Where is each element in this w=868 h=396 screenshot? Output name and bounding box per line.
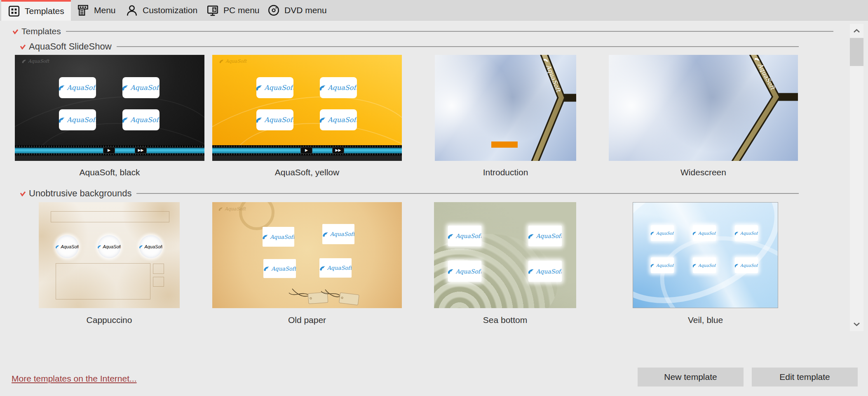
dolphin-icon bbox=[448, 268, 454, 274]
aquasoft-wordmark: AquaSoft bbox=[698, 263, 716, 268]
fast-forward-icon: ▶▶ bbox=[332, 147, 344, 154]
template-thumbnail-widescreen[interactable]: AquaSoft bbox=[609, 55, 798, 161]
aquasoft-logo-box: AquaSoft bbox=[320, 77, 357, 98]
tab-bar: Templates Menu Customization PC menu DVD… bbox=[0, 0, 868, 21]
aquasoft-wordmark: AquaSoft bbox=[144, 244, 162, 249]
collapse-check-icon bbox=[20, 191, 26, 196]
scroll-down-button[interactable] bbox=[850, 318, 863, 330]
chevron-down-icon bbox=[853, 322, 860, 326]
template-thumbnail-sea-bottom[interactable]: AquaSoft AquaSoft AquaSoft AquaSoft bbox=[434, 202, 576, 308]
aquasoft-wordmark: AquaSoft bbox=[328, 84, 357, 92]
dolphin-icon bbox=[693, 231, 697, 236]
template-caption: Introduction bbox=[435, 167, 576, 180]
aquasoft-wordmark: AquaSoft bbox=[28, 59, 49, 64]
aquasoft-logo-box: AquaSoft bbox=[448, 226, 481, 246]
group-title: Unobtrusive backgrounds bbox=[29, 188, 131, 199]
tab-label: Menu bbox=[94, 5, 116, 15]
template-thumbnail-aquasoft-yellow[interactable]: AquaSoft AquaSoft AquaSoft AquaSoft Aqua… bbox=[212, 55, 402, 161]
paper-tags-graphic bbox=[212, 202, 402, 308]
aquasoft-wordmark: AquaSoft bbox=[656, 263, 674, 268]
chevron-up-icon bbox=[853, 29, 860, 33]
template-thumbnail-introduction[interactable]: AquaSoft bbox=[435, 55, 576, 161]
group-header-aquasoft-slideshow[interactable]: AquaSoft SlideShow bbox=[20, 41, 799, 52]
template-caption: Old paper bbox=[212, 315, 402, 328]
aquasoft-logo-box: AquaSoft bbox=[448, 261, 481, 282]
scroll-up-button[interactable] bbox=[850, 25, 863, 37]
aquasoft-logo-circle: AquaSoft bbox=[98, 235, 121, 258]
aquasoft-logo-box: AquaSoft bbox=[651, 225, 674, 241]
tab-pc-menu[interactable]: PC menu bbox=[200, 0, 266, 20]
scrollbar-thumb[interactable] bbox=[850, 38, 863, 66]
vertical-scrollbar[interactable] bbox=[850, 24, 863, 331]
dolphin-icon bbox=[651, 263, 655, 268]
grid-icon bbox=[8, 5, 20, 17]
group-header-unobtrusive-backgrounds[interactable]: Unobtrusive backgrounds bbox=[20, 188, 799, 199]
aquasoft-wordmark: AquaSoft bbox=[225, 59, 246, 64]
dolphin-icon bbox=[56, 245, 60, 249]
monitor-icon bbox=[206, 4, 219, 16]
aquasoft-wordmark: AquaSoft bbox=[455, 233, 481, 239]
dolphin-icon bbox=[735, 231, 739, 236]
storyboard-icon bbox=[77, 4, 89, 16]
template-caption: Widescreen bbox=[609, 167, 798, 180]
aquasoft-watermark: AquaSoft bbox=[219, 59, 246, 64]
play-icon: ▶ bbox=[103, 147, 115, 154]
header-rule bbox=[117, 46, 799, 47]
dolphin-icon bbox=[735, 263, 739, 268]
dolphin-icon bbox=[320, 116, 326, 123]
template-caption: AquaSoft, yellow bbox=[212, 167, 402, 180]
section-header-templates[interactable]: Templates bbox=[12, 26, 833, 36]
orange-marker bbox=[491, 141, 518, 148]
dolphin-icon bbox=[256, 116, 263, 123]
disc-icon bbox=[267, 4, 280, 16]
placeholder-content-box bbox=[56, 263, 150, 299]
chevron-band-graphic bbox=[609, 55, 798, 161]
aquasoft-logo-box: AquaSoft bbox=[693, 257, 716, 273]
aquasoft-wordmark: AquaSoft bbox=[264, 116, 293, 124]
tab-label: DVD menu bbox=[284, 5, 327, 15]
aquasoft-logo-circle: AquaSoft bbox=[139, 235, 162, 258]
film-strip-bar: ▶ ▶▶ bbox=[212, 145, 402, 156]
aquasoft-logo-box: AquaSoft bbox=[122, 109, 160, 130]
tab-customization[interactable]: Customization bbox=[119, 0, 204, 20]
dolphin-icon bbox=[122, 84, 129, 91]
tab-templates[interactable]: Templates bbox=[1, 0, 71, 21]
aquasoft-logo-box: AquaSoft bbox=[59, 109, 96, 130]
tab-label: Templates bbox=[25, 6, 64, 16]
template-thumbnail-aquasoft-black[interactable]: AquaSoft AquaSoft AquaSoft AquaSoft Aqua… bbox=[15, 55, 204, 161]
dolphin-icon bbox=[528, 233, 535, 239]
aquasoft-logo-box: AquaSoft bbox=[256, 77, 293, 98]
aquasoft-wordmark: AquaSoft bbox=[536, 233, 562, 239]
aquasoft-logo-box: AquaSoft bbox=[735, 225, 758, 241]
dolphin-icon bbox=[542, 57, 550, 64]
aquasoft-wordmark: AquaSoft bbox=[656, 231, 674, 236]
aquasoft-wordmark: AquaSoft bbox=[130, 116, 160, 124]
aquasoft-watermark: AquaSoft bbox=[21, 59, 49, 64]
group-title: AquaSoft SlideShow bbox=[29, 41, 112, 52]
fast-forward-icon: ▶▶ bbox=[135, 147, 147, 154]
template-thumbnail-veil-blue[interactable]: AquaSoft AquaSoft AquaSoft AquaSoft Aqua… bbox=[633, 202, 778, 308]
tab-menu[interactable]: Menu bbox=[70, 0, 122, 20]
aquasoft-logo-box: AquaSoft bbox=[528, 261, 562, 282]
film-strip-bar: ▶ ▶▶ bbox=[15, 145, 204, 156]
tab-label: PC menu bbox=[223, 5, 260, 15]
dolphin-icon bbox=[693, 263, 697, 268]
aquasoft-logo-circle: AquaSoft bbox=[56, 235, 79, 258]
aquasoft-wordmark: AquaSoft bbox=[61, 244, 79, 249]
more-templates-link[interactable]: More templates on the Internet... bbox=[12, 374, 137, 384]
aquasoft-wordmark: AquaSoft bbox=[455, 268, 481, 275]
tab-dvd-menu[interactable]: DVD menu bbox=[261, 0, 333, 20]
dolphin-icon bbox=[139, 245, 143, 249]
film-footer-strip bbox=[15, 156, 204, 161]
edit-template-button[interactable]: Edit template bbox=[752, 368, 858, 387]
template-thumbnail-old-paper[interactable]: AquaSoft AquaSoft AquaSoft AquaSoft Aqua… bbox=[212, 202, 402, 308]
play-icon: ▶ bbox=[300, 147, 312, 154]
aquasoft-logo-box: AquaSoft bbox=[122, 77, 160, 98]
new-template-button[interactable]: New template bbox=[638, 368, 744, 387]
film-footer-strip bbox=[212, 156, 402, 161]
aquasoft-logo-box: AquaSoft bbox=[528, 226, 562, 246]
collapse-check-icon bbox=[12, 29, 19, 34]
ripple-fade-overlay bbox=[434, 202, 576, 308]
template-caption: Cappuccino bbox=[39, 315, 180, 328]
template-thumbnail-cappuccino[interactable]: AquaSoft AquaSoft AquaSoft bbox=[39, 202, 180, 308]
